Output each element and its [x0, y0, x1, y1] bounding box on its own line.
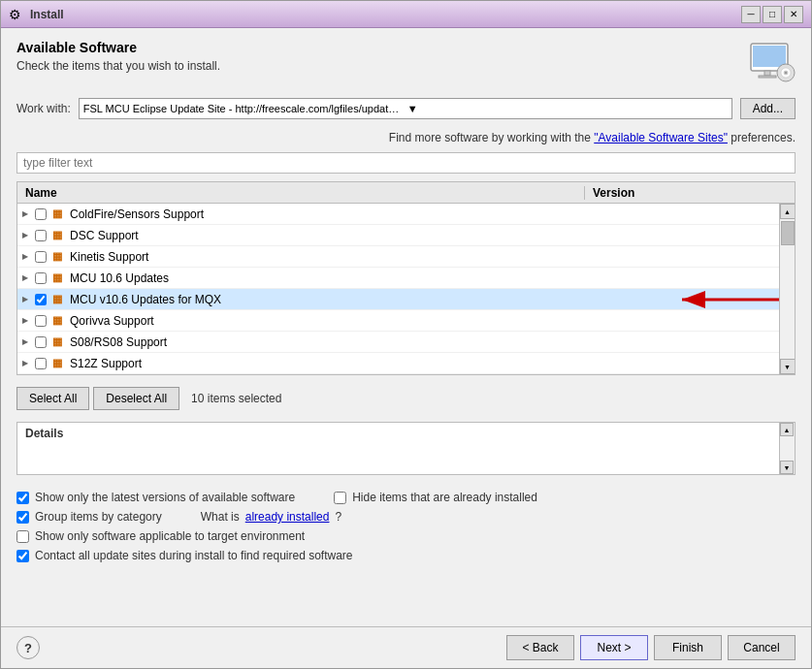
available-software-sites-link[interactable]: "Available Software Sites" — [594, 131, 728, 144]
expand-icon[interactable]: ▶ — [17, 252, 33, 261]
scroll-up-button[interactable]: ▲ — [780, 204, 796, 219]
table-row-mqx: ▶ ▦ MCU v10.6 Updates for MQX — [17, 289, 779, 310]
select-all-button[interactable]: Select All — [16, 387, 89, 410]
scrollbar-thumb[interactable] — [781, 221, 795, 245]
page-subtitle: Check the items that you wish to install… — [16, 59, 737, 73]
show-latest-checkbox[interactable] — [16, 492, 29, 504]
footer-buttons: < Back Next > Finish Cancel — [506, 635, 796, 660]
scroll-down-button[interactable]: ▼ — [780, 359, 796, 374]
details-scrollbar: ▲ ▼ — [779, 423, 795, 474]
row-package-icon: ▦ — [49, 229, 66, 241]
row-checkbox[interactable] — [33, 208, 49, 220]
group-category-label: Group items by category — [35, 510, 162, 524]
options-section: Show only the latest versions of availab… — [16, 483, 796, 566]
hide-installed-checkbox[interactable] — [334, 492, 346, 504]
show-applicable-label: Show only software applicable to target … — [35, 529, 305, 543]
option-show-latest: Show only the latest versions of availab… — [16, 491, 295, 504]
minimize-button[interactable]: ─ — [741, 6, 761, 23]
table-row: ▶ ▦ DSC Support — [17, 225, 779, 246]
options-row-1: Show only the latest versions of availab… — [16, 491, 796, 504]
table-row: ▶ ▦ Kinetis Support — [17, 246, 779, 268]
contact-sites-label: Contact all update sites during install … — [35, 549, 353, 562]
group-category-checkbox[interactable] — [16, 511, 29, 524]
back-button[interactable]: < Back — [506, 635, 574, 660]
svg-rect-2 — [764, 71, 770, 76]
header-section: Available Software Check the items that … — [16, 40, 796, 86]
header-text: Available Software Check the items that … — [16, 40, 737, 73]
row-package-icon: ▦ — [49, 314, 66, 327]
help-button[interactable]: ? — [16, 636, 40, 659]
row-label: ColdFire/Sensors Support — [66, 207, 585, 221]
details-scroll-up[interactable]: ▲ — [780, 423, 794, 436]
already-installed-link[interactable]: already installed — [245, 510, 330, 524]
row-label: DSC Support — [66, 229, 585, 242]
expand-icon[interactable]: ▶ — [17, 295, 33, 303]
expand-icon[interactable]: ▶ — [17, 209, 33, 218]
row-checkbox[interactable] — [33, 294, 49, 305]
close-button[interactable]: ✕ — [784, 6, 803, 23]
deselect-all-button[interactable]: Deselect All — [93, 387, 179, 410]
option-show-applicable: Show only software applicable to target … — [16, 529, 305, 543]
row-package-icon: ▦ — [49, 207, 66, 220]
row-checkbox[interactable] — [33, 336, 49, 348]
row-checkbox[interactable] — [33, 272, 49, 284]
table-rows-area: ▶ ▦ ColdFire/Sensors Support ▶ ▦ DSC Sup… — [17, 204, 795, 374]
option-contact-sites: Contact all update sites during install … — [16, 549, 353, 562]
items-selected-label: 10 items selected — [191, 392, 281, 405]
show-applicable-checkbox[interactable] — [16, 530, 29, 543]
scrollbar-track — [780, 219, 795, 359]
row-package-icon: ▦ — [49, 250, 66, 263]
details-scroll-down[interactable]: ▼ — [780, 461, 794, 474]
table-rows-inner: ▶ ▦ ColdFire/Sensors Support ▶ ▦ DSC Sup… — [17, 204, 779, 374]
row-checkbox[interactable] — [33, 251, 49, 263]
already-installed-text: What is — [201, 510, 240, 524]
row-label: MCU 10.6 Updates — [66, 271, 585, 285]
svg-point-7 — [785, 72, 787, 74]
page-title: Available Software — [16, 40, 737, 55]
row-label: Qorivva Support — [66, 314, 585, 328]
row-package-icon: ▦ — [49, 335, 66, 348]
col-version-header: Version — [585, 186, 779, 200]
maximize-button[interactable]: □ — [763, 6, 782, 23]
title-bar: ⚙ Install ─ □ ✕ — [1, 1, 811, 28]
expand-icon[interactable]: ▶ — [17, 231, 33, 239]
options-row-2: Group items by category What is already … — [16, 510, 796, 524]
expand-icon[interactable]: ▶ — [17, 337, 33, 346]
row-label: S12Z Support — [66, 357, 585, 370]
row-package-icon: ▦ — [49, 271, 66, 284]
table-header: Name Version — [17, 182, 795, 204]
table-scrollbar[interactable]: ▲ ▼ — [779, 204, 795, 374]
red-arrow-indicator — [672, 289, 779, 310]
row-checkbox[interactable] — [33, 315, 49, 327]
col-name-header: Name — [17, 186, 585, 200]
expand-icon[interactable]: ▶ — [17, 316, 33, 325]
work-with-dropdown[interactable]: FSL MCU Eclipse Update Site - http://fre… — [79, 98, 732, 119]
finish-button[interactable]: Finish — [654, 635, 722, 660]
work-with-label: Work with: — [16, 102, 71, 115]
table-row: ▶ ▦ S12Z Support — [17, 353, 779, 374]
row-package-icon: ▦ — [49, 357, 66, 369]
window-title: Install — [30, 8, 741, 21]
contact-sites-checkbox[interactable] — [16, 550, 29, 562]
row-checkbox[interactable] — [33, 358, 49, 369]
row-label: Kinetis Support — [66, 250, 585, 264]
expand-icon[interactable]: ▶ — [17, 359, 33, 367]
software-sites-text: Find more software by working with the — [389, 131, 594, 144]
filter-row — [16, 152, 796, 174]
svg-rect-3 — [759, 76, 776, 78]
filter-input[interactable] — [23, 156, 789, 170]
software-sites-row: Find more software by working with the "… — [16, 131, 796, 144]
main-window: ⚙ Install ─ □ ✕ Available Software Check… — [0, 0, 812, 669]
dropdown-arrow-icon: ▼ — [407, 103, 728, 114]
hide-installed-label: Hide items that are already installed — [352, 491, 537, 504]
table-row: ▶ ▦ S08/RS08 Support — [17, 332, 779, 353]
cancel-button[interactable]: Cancel — [728, 635, 796, 660]
expand-icon[interactable]: ▶ — [17, 273, 33, 282]
software-table: Name Version ▶ ▦ ColdFire/Sensors Suppor… — [16, 181, 796, 375]
row-checkbox[interactable] — [33, 230, 49, 241]
software-sites-suffix: preferences. — [731, 131, 796, 144]
header-icon — [749, 40, 796, 86]
add-button[interactable]: Add... — [740, 98, 796, 119]
row-label-mqx: MCU v10.6 Updates for MQX — [66, 293, 585, 306]
next-button[interactable]: Next > — [580, 635, 648, 660]
